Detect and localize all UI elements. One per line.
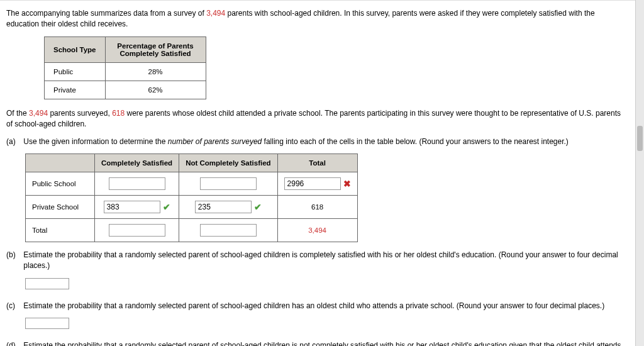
check-icon: ✔ xyxy=(254,202,262,212)
sat-row-val: 62% xyxy=(105,81,206,99)
part-b-prompt: (b) Estimate the probability that a rand… xyxy=(6,250,629,272)
ct-input-public-ncs[interactable] xyxy=(200,177,257,190)
ct-header-ncs: Not Completely Satisfied xyxy=(179,153,277,172)
contingency-table: Completely Satisfied Not Completely Sati… xyxy=(25,153,358,242)
satisfaction-table: School Type Percentage of Parents Comple… xyxy=(44,36,206,99)
part-letter-c: (c) xyxy=(6,301,21,311)
check-icon: ✔ xyxy=(163,202,170,212)
sat-row-val: 28% xyxy=(105,62,206,81)
ct-input-public-total[interactable] xyxy=(284,177,341,190)
ct-row-private: Private School xyxy=(26,195,95,218)
intro-paragraph: The accompanying table summarizes data f… xyxy=(6,8,629,30)
ct-row-public: Public School xyxy=(26,172,95,195)
part-letter-b: (b) xyxy=(6,250,21,260)
intro-num: 3,494 xyxy=(206,9,225,18)
ct-input-total-cs[interactable] xyxy=(109,224,165,237)
ct-header-blank xyxy=(26,153,95,172)
scroll-thumb[interactable] xyxy=(637,126,643,151)
vertical-scrollbar[interactable] xyxy=(635,0,644,346)
part-b-input[interactable] xyxy=(25,278,69,289)
ct-row-total: Total xyxy=(26,218,95,242)
part-a-prompt: (a) Use the given information to determi… xyxy=(6,137,629,147)
cross-icon: ✖ xyxy=(343,179,351,189)
table-row: Public School ✖ xyxy=(26,172,358,195)
part-c-input[interactable] xyxy=(25,318,69,329)
ct-input-private-ncs[interactable] xyxy=(195,201,252,213)
part-letter-d: (d) xyxy=(6,340,21,346)
context-paragraph: Of the 3,494 parents surveyed, 618 were … xyxy=(6,108,629,130)
ct-input-total-ncs[interactable] xyxy=(200,224,257,237)
question-content: The accompanying table summarizes data f… xyxy=(0,0,635,346)
table-row: Total 3,494 xyxy=(26,218,358,242)
ct-header-total: Total xyxy=(277,153,357,172)
ct-input-private-cs[interactable] xyxy=(104,201,160,213)
ct-input-public-cs[interactable] xyxy=(109,177,165,190)
part-d-prompt: (d) Estimate the probability that a rand… xyxy=(6,340,629,346)
ct-header-cs: Completely Satisfied xyxy=(95,153,179,172)
table-row: Private School ✔ ✔ 618 xyxy=(26,195,358,218)
ct-static-grand-total: 3,494 xyxy=(308,226,326,234)
part-c-prompt: (c) Estimate the probability that a rand… xyxy=(6,301,629,311)
sat-row-label: Private xyxy=(45,81,106,99)
part-letter-a: (a) xyxy=(6,137,21,147)
sat-header-type: School Type xyxy=(45,36,106,62)
sat-row-label: Public xyxy=(45,62,106,81)
sat-header-pct: Percentage of Parents Completely Satisfi… xyxy=(105,36,206,62)
ct-static-private-total: 618 xyxy=(311,203,323,211)
intro-text-1: The accompanying table summarizes data f… xyxy=(6,9,206,18)
